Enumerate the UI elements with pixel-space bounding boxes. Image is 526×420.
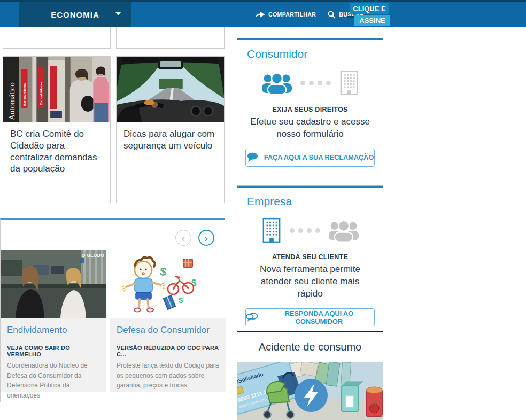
accident-section-header[interactable]: Acidente de consumo (237, 332, 383, 362)
newsroom-video-still: O GLOBO (1, 250, 106, 318)
search-icon (328, 11, 336, 19)
chevron-right-icon: › (205, 233, 208, 243)
accident-title: Acidente de consumo (259, 341, 361, 353)
drawn-shorts (136, 292, 151, 299)
carousel-item-summary: Coordenadora do Núcleo de Defesa do Cons… (7, 361, 100, 400)
news-card-bc-comite[interactable]: Automático Banco24Horas Banco24Horas BC … (3, 56, 111, 203)
share-button[interactable]: COMPARTILHAR (254, 11, 316, 19)
carousel-prev-button[interactable]: ‹ (175, 230, 191, 246)
dollar-doodle: $ (191, 278, 197, 288)
subscribe-line-1: CLIQUE E (350, 3, 389, 14)
people-group-icon (261, 71, 292, 95)
drawn-shirt (135, 279, 152, 292)
answer-consumer-button[interactable]: RESPONDA AQUI AO CONSUMIDOR (245, 308, 375, 326)
subscribe-badge[interactable]: CLIQUE E ASSINE (350, 3, 393, 27)
child-drawing-video-still: $ $ $ (110, 250, 226, 318)
economia-page: ECONOMIA COMPARTILHAR BUSCAR CLIQUE E AS… (0, 0, 526, 420)
make-complaint-label: FAÇA AQUI A SUA RECLAMAÇÃO (264, 153, 374, 161)
company-description: Nova ferramenta permite atender seu clie… (249, 263, 371, 300)
atm-vertical-sign-text: Automático (7, 82, 16, 120)
share-label: COMPARTILHAR (268, 11, 316, 18)
oglobo-watermark: O GLOBO (82, 253, 105, 258)
make-complaint-button[interactable]: FAÇA AQUI A SUA RECLAMAÇÃO (245, 149, 375, 167)
company-panel: Empresa (237, 186, 383, 332)
consumer-kicker: EXIJA SEUS DIREITOS (237, 106, 383, 113)
chevron-down-icon (115, 12, 121, 15)
video-carousel: ‹ › (0, 218, 225, 402)
progress-dots (300, 81, 331, 85)
chat-bubbles-icon (246, 312, 258, 322)
dollar-doodle: $ (179, 295, 183, 305)
video-thumb-defesa-consumidor[interactable]: $ $ $ (110, 250, 226, 318)
atm-banco24horas-photo: Automático Banco24Horas Banco24Horas (3, 57, 110, 122)
lightning-badge (295, 379, 328, 412)
building-icon (339, 69, 359, 96)
accident-illustration-link[interactable]: ãoSolicitado 0000 1111 2223 33 NOME COMP… (237, 362, 383, 420)
company-flow-icons (237, 215, 383, 246)
previous-row-card-stub[interactable] (116, 27, 225, 49)
share-arrow-icon (254, 11, 265, 19)
section-label: ECONOMIA (51, 10, 99, 19)
answer-consumer-label: RESPONDA AQUI AO CONSUMIDOR (264, 309, 374, 325)
news-headline[interactable]: BC cria Comitê do Cidadão para centraliz… (3, 122, 110, 181)
chevron-left-icon: ‹ (182, 233, 185, 243)
consumer-flow-icons (237, 67, 383, 98)
consumer-panel: Consumidor (237, 38, 383, 186)
top-navigation-bar: ECONOMIA COMPARTILHAR BUSCAR CLIQUE E AS… (0, 0, 526, 27)
video-thumb-endividamento[interactable]: O GLOBO (1, 250, 106, 318)
drawn-boy-head (135, 261, 152, 278)
header-actions: COMPARTILHAR BUSCAR (254, 2, 365, 27)
consumer-description: Efetue seu cadastro e acesse nosso formu… (249, 116, 371, 141)
carousel-item-kicker: VEJA COMO SAIR DO VERMELHO (7, 345, 100, 357)
carousel-item-endividamento: Endividamento VEJA COMO SAIR DO VERMELHO… (1, 318, 106, 392)
people-group-icon (328, 218, 359, 243)
company-panel-title: Empresa (237, 188, 383, 208)
news-card-alugar-veiculo[interactable]: Dicas para alugar com segurança um veícu… (116, 56, 225, 203)
company-kicker: ATENDA SEU CLIENTE (237, 253, 383, 261)
carousel-item-kicker: VERSÃO REDUZIDA DO CDC PARA C... (117, 345, 219, 357)
banco24horas-strip-text: Banco24Horas (23, 83, 26, 106)
carousel-item-title[interactable]: Defesa do Consumidor (117, 325, 219, 336)
carousel-item-title[interactable]: Endividamento (7, 325, 100, 336)
banco24horas-strip-text: Banco24Horas (40, 82, 43, 105)
previous-row-card-stub[interactable] (3, 27, 111, 49)
consumer-panel-title: Consumidor (237, 40, 383, 60)
subscribe-line-2: ASSINE (354, 15, 390, 26)
carousel-item-summary: Proteste lança texto do Código para os p… (117, 361, 219, 391)
consumer-products-illustration: ãoSolicitado 0000 1111 2223 33 NOME COMP… (237, 362, 383, 420)
badge-dash-decoration (347, 16, 354, 18)
driving-car-interior-photo (117, 57, 224, 122)
tomato-can (366, 387, 382, 417)
carousel-next-button[interactable]: › (198, 230, 214, 246)
section-dropdown[interactable]: ECONOMIA (19, 2, 132, 27)
carousel-item-defesa-consumidor: Defesa do Consumidor VERSÃO REDUZIDA DO … (110, 318, 226, 392)
progress-dots (290, 228, 320, 233)
speech-bubble-icon (246, 152, 259, 162)
news-headline[interactable]: Dicas para alugar com segurança um veícu… (117, 122, 224, 158)
building-icon (261, 217, 282, 244)
